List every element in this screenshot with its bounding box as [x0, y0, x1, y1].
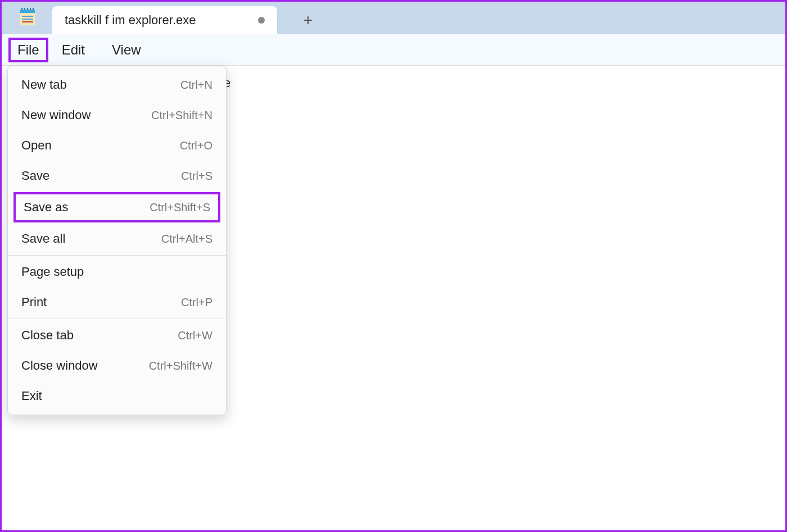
menu-item-label: New tab	[21, 78, 67, 92]
tab-bar: taskkill f im explorer.exe +	[2, 2, 785, 34]
menu-print[interactable]: Print Ctrl+P	[8, 287, 226, 317]
menu-item-shortcut: Ctrl+P	[181, 296, 212, 309]
menu-item-label: Save as	[24, 200, 69, 215]
menu-separator	[8, 319, 226, 319]
menu-item-shortcut: Ctrl+S	[181, 170, 212, 183]
menu-item-label: New window	[21, 108, 91, 122]
notepad-icon	[19, 10, 37, 28]
new-tab-button[interactable]: +	[294, 6, 322, 34]
unsaved-indicator-icon	[258, 17, 265, 24]
menu-exit[interactable]: Exit	[8, 381, 226, 411]
plus-icon: +	[304, 11, 313, 29]
menu-new-tab[interactable]: New tab Ctrl+N	[8, 70, 226, 100]
tab-title: taskkill f im explorer.exe	[65, 13, 241, 28]
document-tab[interactable]: taskkill f im explorer.exe	[52, 6, 277, 34]
menu-save-all[interactable]: Save all Ctrl+Alt+S	[8, 224, 226, 254]
menu-item-label: Close tab	[21, 328, 74, 343]
menu-item-shortcut: Ctrl+Alt+S	[161, 233, 212, 245]
menu-item-label: Close window	[21, 358, 98, 373]
menu-item-shortcut: Ctrl+Shift+S	[150, 201, 210, 214]
menu-close-window[interactable]: Close window Ctrl+Shift+W	[8, 351, 226, 381]
menu-save-as[interactable]: Save as Ctrl+Shift+S	[13, 192, 220, 222]
menu-file[interactable]: File	[8, 38, 48, 62]
menu-edit[interactable]: Edit	[48, 38, 98, 62]
menu-item-label: Page setup	[21, 265, 84, 279]
menu-item-shortcut: Ctrl+Shift+W	[149, 360, 212, 372]
menu-item-label: Exit	[21, 389, 42, 403]
file-menu-dropdown: New tab Ctrl+N New window Ctrl+Shift+N O…	[7, 66, 227, 415]
menu-separator	[8, 255, 226, 256]
menu-view[interactable]: View	[98, 38, 155, 62]
menu-open[interactable]: Open Ctrl+O	[8, 130, 226, 161]
menu-item-label: Open	[21, 138, 52, 153]
menu-item-shortcut: Ctrl+Shift+N	[151, 109, 212, 122]
menu-close-tab[interactable]: Close tab Ctrl+W	[8, 320, 226, 351]
menu-new-window[interactable]: New window Ctrl+Shift+N	[8, 100, 226, 130]
menu-item-label: Save all	[21, 231, 65, 246]
menu-bar: File Edit View	[2, 34, 785, 66]
menu-item-label: Print	[21, 295, 47, 310]
menu-item-label: Save	[21, 169, 49, 183]
menu-item-shortcut: Ctrl+W	[178, 329, 212, 342]
menu-page-setup[interactable]: Page setup	[8, 257, 226, 287]
menu-item-shortcut: Ctrl+N	[180, 79, 212, 92]
menu-item-shortcut: Ctrl+O	[180, 139, 212, 152]
menu-save[interactable]: Save Ctrl+S	[8, 161, 226, 191]
